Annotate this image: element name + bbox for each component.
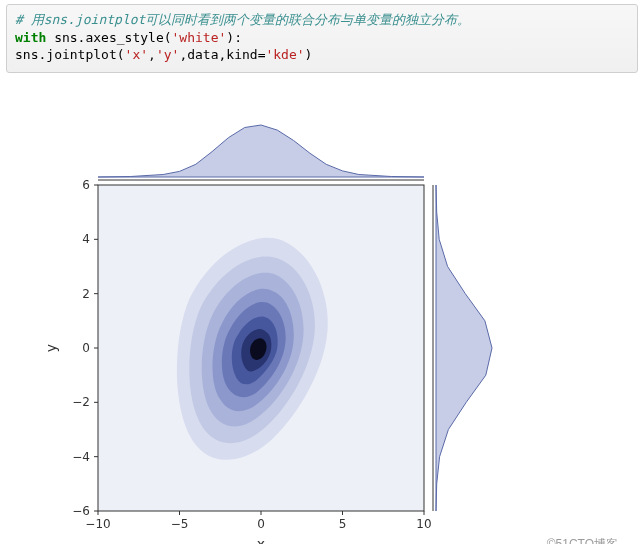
svg-text:−4: −4 xyxy=(72,449,90,463)
svg-text:0: 0 xyxy=(257,517,265,531)
jointplot-figure: −10−50510−6−4−20246xy ©51CTO博客 xyxy=(6,77,626,544)
jointplot-svg: −10−50510−6−4−20246xy xyxy=(6,77,626,544)
svg-text:5: 5 xyxy=(339,517,347,531)
watermark: ©51CTO博客 xyxy=(547,536,618,544)
code-comment: # 用sns.jointplot可以同时看到两个变量的联合分布与单变量的独立分布… xyxy=(15,12,470,27)
svg-text:−5: −5 xyxy=(171,517,189,531)
kw-with: with xyxy=(15,30,46,45)
code-cell: # 用sns.jointplot可以同时看到两个变量的联合分布与单变量的独立分布… xyxy=(6,4,638,73)
svg-text:−2: −2 xyxy=(72,395,90,409)
svg-text:0: 0 xyxy=(82,341,90,355)
svg-text:x: x xyxy=(257,536,265,544)
svg-text:−10: −10 xyxy=(85,517,110,531)
svg-text:4: 4 xyxy=(82,232,90,246)
svg-text:6: 6 xyxy=(82,178,90,192)
svg-text:2: 2 xyxy=(82,286,90,300)
svg-text:y: y xyxy=(43,343,59,351)
svg-text:−6: −6 xyxy=(72,504,90,518)
svg-text:10: 10 xyxy=(416,517,431,531)
